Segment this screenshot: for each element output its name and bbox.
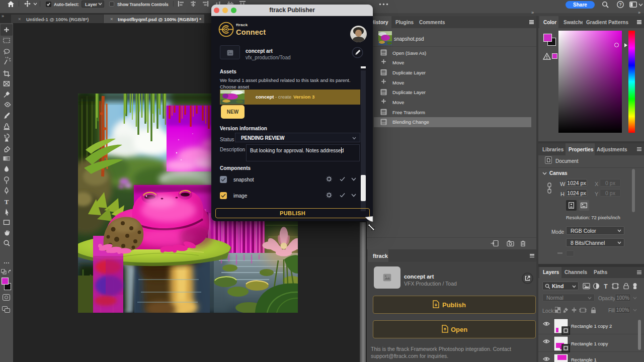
- svg-text:Move: Move: [392, 100, 404, 105]
- svg-text:T: T: [5, 198, 9, 206]
- svg-text:Duplicate Layer: Duplicate Layer: [392, 70, 426, 75]
- svg-text:Duplicate Layer: Duplicate Layer: [392, 89, 426, 95]
- svg-text:T: T: [604, 283, 608, 290]
- svg-text:Rectangle 1: Rectangle 1: [571, 357, 597, 362]
- svg-text:Rectangle 1 copy 2: Rectangle 1 copy 2: [571, 323, 612, 329]
- svg-text:Blending Change: Blending Change: [392, 119, 429, 125]
- svg-text:?: ?: [619, 2, 621, 7]
- svg-text:Open (Save As): Open (Save As): [392, 50, 426, 56]
- svg-text:Move: Move: [392, 60, 404, 65]
- svg-text:Rectangle 1 copy: Rectangle 1 copy: [571, 341, 608, 346]
- svg-text:Free Transform: Free Transform: [392, 110, 425, 115]
- svg-text:Move: Move: [392, 80, 404, 85]
